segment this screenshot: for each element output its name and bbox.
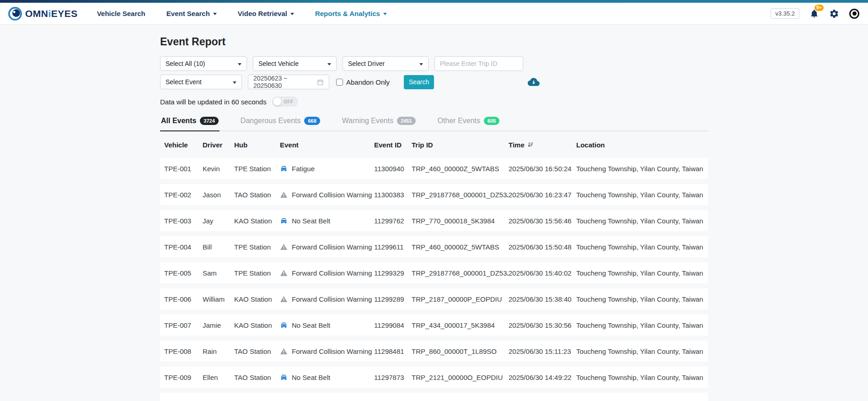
- fleet-select[interactable]: Select All (10): [160, 56, 247, 71]
- chevron-down-icon: [233, 81, 236, 84]
- cell-event-id: 11298481: [374, 347, 412, 355]
- cell-time: 2025/06/30 15:30:56: [509, 321, 576, 329]
- tab-other-events[interactable]: Other Events 605: [437, 117, 501, 130]
- search-button[interactable]: Search: [404, 75, 434, 89]
- table-row[interactable]: TPE-009 Ellen TAO Station No Seat Belt 1…: [160, 367, 708, 388]
- table-row[interactable]: TPE-001 Kevin TPE Station Fatigue 113009…: [160, 158, 708, 179]
- nav-label: Reports & Analytics: [315, 10, 380, 17]
- warning-triangle-icon: [280, 269, 288, 277]
- tab-all-events[interactable]: All Events 3724: [160, 117, 220, 130]
- abandon-only-checkbox[interactable]: [336, 79, 343, 86]
- cell-trip-id: TRP_29187768_000001_DZ53JS: [412, 269, 509, 277]
- cell-hub: TAO Station: [234, 191, 280, 199]
- driver-select-value: Select Driver: [348, 60, 385, 67]
- cell-trip-id: TRP_860_00000T_1L89SO: [412, 347, 509, 355]
- cell-trip-id: TRP_29187768_000001_DZ53JS: [412, 191, 509, 199]
- cell-time: 2025/06/30 14:49:22: [509, 374, 576, 381]
- nav-reports-analytics[interactable]: Reports & Analytics: [315, 10, 387, 17]
- cell-event: No Seat Belt: [280, 321, 374, 329]
- navbar: OMNiEYES Vehicle Search Event Search Vid…: [0, 3, 868, 25]
- download-report-button[interactable]: [528, 77, 540, 87]
- vehicle-select-value: Select Vehicle: [258, 60, 299, 67]
- cell-trip-id: TRP_770_000018_5K3984: [412, 217, 509, 225]
- toggle-state-label: OFF: [284, 99, 294, 104]
- cell-vehicle: TPE-004: [164, 243, 203, 251]
- col-header-vehicle: Vehicle: [164, 141, 203, 149]
- col-header-time[interactable]: Time: [509, 141, 576, 149]
- chevron-down-icon: [419, 63, 423, 65]
- table-row[interactable]: TPE-006 William KAO Station Forward Coll…: [160, 288, 708, 309]
- cell-location: Toucheng Township, Yilan County, Taiwan: [576, 295, 708, 303]
- cell-driver: Jamie: [203, 321, 234, 329]
- cell-vehicle: TPE-006: [164, 295, 203, 303]
- car-icon: [280, 321, 288, 329]
- table-row[interactable]: TPE-002 Jason TAO Station Forward Collis…: [160, 184, 708, 205]
- chevron-down-icon: [383, 13, 387, 15]
- abandon-only-checkbox-wrap[interactable]: Abandon Only: [336, 78, 390, 86]
- time-header-label: Time: [509, 141, 525, 149]
- table-row[interactable]: TPE-004 Bill TPE Station Forward Collisi…: [160, 236, 708, 257]
- col-header-event-id: Event ID: [374, 141, 412, 149]
- warning-triangle-icon: [280, 191, 288, 199]
- events-table: Vehicle Driver Hub Event Event ID Trip I…: [160, 131, 708, 401]
- tab-warning-events[interactable]: Warning Events 2451: [341, 117, 417, 130]
- cell-event: Forward Collision Warning: [280, 269, 374, 277]
- filter-row-2: Select Event 20250623 ~ 20250630 Abandon…: [160, 75, 708, 89]
- chevron-down-icon: [327, 63, 331, 65]
- event-label: Forward Collision Warning: [292, 243, 372, 251]
- cell-driver: Kevin: [203, 165, 234, 173]
- auto-update-row: Data will be updated in 60 seconds OFF: [160, 97, 868, 107]
- nav-vehicle-search[interactable]: Vehicle Search: [97, 10, 145, 17]
- abandon-only-label: Abandon Only: [346, 78, 390, 86]
- account-button[interactable]: [849, 8, 860, 19]
- tab-count-badge: 605: [484, 117, 499, 125]
- cell-trip-id: TRP_434_000017_5K3984: [412, 321, 509, 329]
- table-row[interactable]: TPE-003 Jay KAO Station No Seat Belt 112…: [160, 210, 708, 231]
- tab-count-badge: 2451: [397, 117, 415, 125]
- event-label: No Seat Belt: [292, 321, 330, 329]
- cell-vehicle: TPE-002: [164, 191, 203, 199]
- nav-event-search[interactable]: Event Search: [166, 10, 217, 17]
- trip-id-input[interactable]: [434, 56, 523, 71]
- cell-hub: TPE Station: [234, 165, 280, 173]
- navbar-right: v3.35.2 9+: [771, 8, 860, 19]
- chevron-down-icon: [290, 13, 294, 15]
- table-row-partial: [160, 393, 708, 401]
- auto-update-toggle[interactable]: OFF: [272, 97, 298, 107]
- cell-vehicle: TPE-008: [164, 347, 203, 355]
- cell-location: Toucheng Township, Yilan County, Taiwan: [576, 243, 708, 251]
- date-range-picker[interactable]: 20250623 ~ 20250630: [248, 75, 329, 89]
- cell-time: 2025/06/30 15:38:40: [509, 295, 576, 303]
- warning-triangle-icon: [280, 347, 288, 355]
- cell-event: Forward Collision Warning: [280, 243, 374, 251]
- event-tabs: All Events 3724 Dangerous Events 668 War…: [160, 117, 708, 131]
- cell-event: Forward Collision Warning: [280, 191, 374, 199]
- table-row[interactable]: TPE-008 Rain TAO Station Forward Collisi…: [160, 341, 708, 362]
- tab-dangerous-events[interactable]: Dangerous Events 668: [240, 117, 321, 130]
- warning-triangle-icon: [280, 243, 288, 251]
- driver-select[interactable]: Select Driver: [343, 56, 429, 71]
- cell-hub: TPE Station: [234, 243, 280, 251]
- event-select[interactable]: Select Event: [160, 75, 242, 89]
- tab-label: Dangerous Events: [241, 117, 301, 125]
- table-row[interactable]: TPE-007 Jamie KAO Station No Seat Belt 1…: [160, 314, 708, 336]
- cell-location: Toucheng Township, Yilan County, Taiwan: [576, 217, 708, 225]
- omnieyes-logo[interactable]: OMNiEYES: [8, 7, 78, 21]
- nav-video-retrieval[interactable]: Video Retrieval: [238, 10, 294, 17]
- tab-count-badge: 668: [304, 117, 320, 125]
- tab-label: Warning Events: [342, 117, 393, 125]
- cell-time: 2025/06/30 16:50:24: [509, 165, 576, 173]
- toggle-knob: [273, 98, 281, 106]
- nav-label: Vehicle Search: [97, 10, 145, 17]
- warning-triangle-icon: [280, 295, 288, 303]
- vehicle-select[interactable]: Select Vehicle: [253, 56, 337, 71]
- cell-time: 2025/06/30 15:56:46: [509, 217, 576, 225]
- settings-button[interactable]: [829, 8, 840, 19]
- cell-vehicle: TPE-007: [164, 321, 203, 329]
- col-header-location: Location: [576, 141, 708, 149]
- sort-descending-icon[interactable]: [527, 141, 534, 148]
- table-row[interactable]: TPE-005 Sam TPE Station Forward Collisio…: [160, 262, 708, 283]
- cell-location: Toucheng Township, Yilan County, Taiwan: [576, 347, 708, 355]
- filter-row-1: Select All (10) Select Vehicle Select Dr…: [160, 56, 868, 71]
- notifications-button[interactable]: 9+: [809, 8, 820, 19]
